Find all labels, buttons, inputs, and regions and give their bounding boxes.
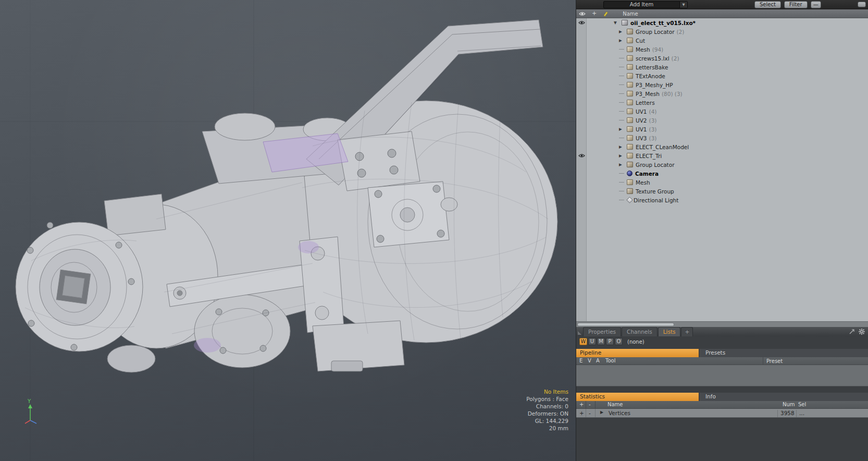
expander-icon[interactable]: ▶ — [619, 153, 627, 158]
tab-channels[interactable]: Channels — [622, 327, 658, 336]
expander-icon[interactable]: ▼ — [614, 20, 622, 25]
add-column-icon[interactable]: + — [592, 11, 597, 16]
expander-icon[interactable]: ▶ — [619, 144, 627, 149]
expander-icon[interactable] — [619, 200, 627, 200]
tab-lists[interactable]: Lists — [658, 327, 681, 336]
expander-icon[interactable] — [619, 111, 627, 112]
visibility-cell[interactable] — [576, 36, 587, 45]
visibility-cell[interactable] — [576, 169, 587, 178]
pipeline-list[interactable] — [576, 365, 868, 386]
horizontal-scrollbar[interactable] — [576, 321, 868, 327]
pen-column-icon[interactable] — [603, 11, 608, 17]
mode-other-button[interactable]: O — [615, 338, 623, 345]
expander-icon[interactable]: ▶ — [600, 410, 603, 415]
statistics-row-vertices[interactable]: + - ▶ Vertices 3958 ... — [576, 409, 868, 418]
pipeline-presets-header[interactable]: Presets — [699, 349, 868, 357]
visibility-cell[interactable] — [576, 27, 587, 36]
list-item[interactable]: UV1 (4) — [576, 107, 868, 116]
visibility-cell[interactable] — [576, 160, 587, 169]
add-item-dropdown[interactable]: Add Item ▼ — [603, 1, 688, 8]
expander-icon[interactable]: ▶ — [619, 29, 627, 34]
expander-icon[interactable] — [619, 182, 627, 183]
statistics-header[interactable]: Statistics — [576, 393, 699, 401]
visibility-cell[interactable] — [576, 178, 587, 187]
mode-pick-button[interactable]: P — [606, 338, 614, 345]
expander-icon[interactable] — [619, 67, 627, 67]
stat-expand-button[interactable]: + — [579, 410, 584, 416]
statistics-info-header[interactable]: Info — [699, 393, 868, 401]
list-item[interactable]: ▶ UV1 (3) — [576, 125, 868, 134]
active-map-value[interactable]: (none) — [627, 339, 644, 345]
mode-morph-button[interactable]: M — [597, 338, 605, 345]
visibility-cell[interactable] — [576, 63, 587, 71]
list-item[interactable]: ▶ ELECT_Tri — [576, 151, 868, 160]
visibility-cell[interactable] — [576, 89, 587, 98]
expander-icon[interactable] — [619, 102, 627, 103]
stat-collapse-button[interactable]: - — [589, 410, 591, 416]
visibility-cell[interactable] — [576, 80, 587, 89]
select-button[interactable]: Select — [754, 1, 781, 8]
list-item[interactable]: Camera — [576, 169, 868, 178]
expander-icon[interactable] — [619, 191, 627, 191]
list-item[interactable]: ▶ Cut — [576, 36, 868, 45]
3d-viewport[interactable]: Y No Items Polygons : Face Channels: 0 D… — [0, 0, 576, 461]
list-item[interactable]: Mesh (94) — [576, 45, 868, 54]
expander-icon[interactable] — [619, 138, 627, 138]
list-item[interactable]: UV3 (3) — [576, 134, 868, 142]
visibility-cell[interactable] — [576, 54, 587, 63]
list-options-button[interactable]: — — [811, 1, 821, 8]
visibility-column-eye-icon[interactable] — [579, 11, 586, 16]
expander-icon[interactable]: ▶ — [619, 127, 627, 131]
expander-icon[interactable] — [619, 58, 627, 58]
list-item[interactable]: ▶ Group Locator (2) — [576, 27, 868, 36]
eye-visibility-icon[interactable] — [578, 153, 585, 158]
visibility-cell[interactable] — [576, 18, 587, 27]
expander-icon[interactable] — [619, 49, 627, 50]
expander-icon[interactable]: ▶ — [619, 38, 627, 43]
visibility-cell[interactable] — [576, 45, 587, 54]
mode-weight-button[interactable]: W — [579, 338, 587, 345]
list-item[interactable]: ▶ Group Locator — [576, 160, 868, 169]
list-item[interactable]: TExtAnode — [576, 71, 868, 80]
expander-icon[interactable] — [619, 93, 627, 94]
visibility-cell[interactable] — [576, 142, 587, 151]
visibility-cell[interactable] — [576, 107, 587, 116]
expander-icon[interactable] — [619, 84, 627, 85]
list-item[interactable]: LettersBake — [576, 63, 868, 71]
visibility-cell[interactable] — [576, 151, 587, 160]
visibility-cell[interactable] — [576, 71, 587, 80]
stats-col-plus[interactable]: + — [579, 402, 584, 407]
list-item[interactable]: Mesh — [576, 178, 868, 187]
pipeline-header[interactable]: Pipeline — [576, 349, 699, 357]
expand-panel-icon[interactable] — [849, 329, 855, 335]
eye-visibility-icon[interactable] — [579, 11, 586, 16]
expander-icon[interactable] — [619, 173, 627, 174]
list-item[interactable]: P3_Mesh (80) (3) — [576, 89, 868, 98]
expander-icon[interactable]: ▶ — [619, 162, 627, 167]
list-item[interactable]: screws15.lxl (2) — [576, 54, 868, 63]
list-item[interactable]: P3_Meshy_HP — [576, 80, 868, 89]
visibility-cell[interactable] — [576, 125, 587, 134]
filter-button[interactable]: Filter — [784, 1, 808, 8]
list-item[interactable]: Texture Group — [576, 187, 868, 196]
expander-icon[interactable] — [619, 76, 627, 76]
eye-visibility-icon[interactable] — [578, 20, 585, 25]
tab-properties[interactable]: Properties — [583, 327, 621, 336]
list-item[interactable]: Directional Light — [576, 196, 868, 204]
list-item[interactable]: UV2 (3) — [576, 116, 868, 125]
visibility-cell[interactable] — [576, 98, 587, 107]
list-item[interactable]: ▶ ELECT_CLeanModel — [576, 142, 868, 151]
mode-uv-button[interactable]: U — [588, 338, 596, 345]
stats-col-minus[interactable]: - — [589, 402, 591, 407]
scrollbar-thumb[interactable] — [577, 323, 674, 326]
add-tab-button[interactable]: + — [681, 327, 693, 336]
panel-menu-button[interactable] — [858, 2, 866, 7]
list-item[interactable]: Letters — [576, 98, 868, 107]
gear-icon[interactable] — [859, 329, 865, 335]
visibility-cell[interactable] — [576, 116, 587, 125]
expander-icon[interactable] — [619, 120, 627, 120]
visibility-cell[interactable] — [576, 187, 587, 196]
visibility-cell[interactable] — [576, 134, 587, 142]
list-item[interactable]: ▼ oii_elect_tt_v015.lxo* — [576, 18, 868, 27]
visibility-cell[interactable] — [576, 196, 587, 204]
